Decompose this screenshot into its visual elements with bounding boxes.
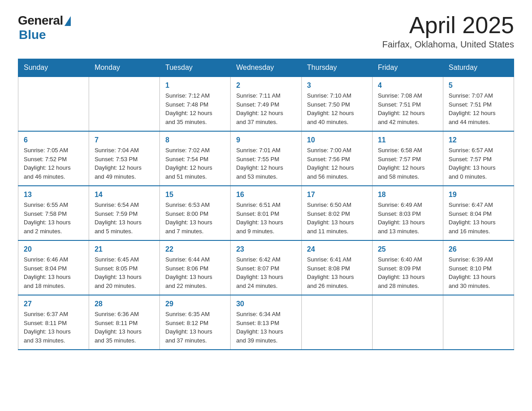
title-section: April 2025 Fairfax, Oklahoma, United Sta… bbox=[382, 13, 514, 50]
day-number: 12 bbox=[449, 136, 508, 144]
calendar-cell: 11Sunrise: 6:58 AM Sunset: 7:57 PM Dayli… bbox=[372, 131, 443, 186]
day-number: 23 bbox=[236, 245, 296, 253]
day-info: Sunrise: 6:54 AM Sunset: 7:59 PM Dayligh… bbox=[94, 201, 154, 235]
day-info: Sunrise: 7:02 AM Sunset: 7:54 PM Dayligh… bbox=[165, 146, 225, 181]
calendar-table: SundayMondayTuesdayWednesdayThursdayFrid… bbox=[18, 59, 514, 350]
day-info: Sunrise: 7:04 AM Sunset: 7:53 PM Dayligh… bbox=[94, 146, 154, 181]
calendar-cell: 23Sunrise: 6:42 AM Sunset: 8:07 PM Dayli… bbox=[231, 240, 301, 295]
day-info: Sunrise: 6:50 AM Sunset: 8:02 PM Dayligh… bbox=[307, 201, 367, 235]
calendar-cell bbox=[372, 295, 443, 350]
day-number: 24 bbox=[307, 245, 367, 253]
day-info: Sunrise: 7:10 AM Sunset: 7:50 PM Dayligh… bbox=[307, 91, 367, 126]
day-of-week-header: Friday bbox=[372, 59, 443, 77]
day-info: Sunrise: 6:47 AM Sunset: 8:04 PM Dayligh… bbox=[449, 201, 508, 235]
day-info: Sunrise: 7:05 AM Sunset: 7:52 PM Dayligh… bbox=[24, 146, 83, 181]
calendar-cell: 24Sunrise: 6:41 AM Sunset: 8:08 PM Dayli… bbox=[301, 240, 372, 295]
day-of-week-header: Saturday bbox=[443, 59, 514, 77]
day-of-week-header: Wednesday bbox=[231, 59, 301, 77]
day-of-week-header: Tuesday bbox=[160, 59, 231, 77]
calendar-cell bbox=[301, 295, 372, 350]
day-number: 17 bbox=[307, 191, 367, 199]
day-number: 10 bbox=[307, 136, 367, 144]
calendar-cell: 29Sunrise: 6:35 AM Sunset: 8:12 PM Dayli… bbox=[160, 295, 231, 350]
calendar-cell: 7Sunrise: 7:04 AM Sunset: 7:53 PM Daylig… bbox=[89, 131, 160, 186]
calendar-cell: 21Sunrise: 6:45 AM Sunset: 8:05 PM Dayli… bbox=[89, 240, 160, 295]
page-header: General Blue April 2025 Fairfax, Oklahom… bbox=[18, 13, 514, 50]
calendar-cell: 15Sunrise: 6:53 AM Sunset: 8:00 PM Dayli… bbox=[160, 186, 231, 240]
calendar-cell: 9Sunrise: 7:01 AM Sunset: 7:55 PM Daylig… bbox=[231, 131, 301, 186]
day-info: Sunrise: 6:53 AM Sunset: 8:00 PM Dayligh… bbox=[165, 201, 225, 235]
day-number: 6 bbox=[24, 136, 83, 144]
day-info: Sunrise: 6:35 AM Sunset: 8:12 PM Dayligh… bbox=[165, 310, 225, 345]
day-number: 15 bbox=[165, 191, 225, 199]
day-info: Sunrise: 6:46 AM Sunset: 8:04 PM Dayligh… bbox=[24, 255, 83, 290]
calendar-cell: 18Sunrise: 6:49 AM Sunset: 8:03 PM Dayli… bbox=[372, 186, 443, 240]
calendar-cell: 19Sunrise: 6:47 AM Sunset: 8:04 PM Dayli… bbox=[443, 186, 514, 240]
calendar-week-row: 13Sunrise: 6:55 AM Sunset: 7:58 PM Dayli… bbox=[18, 186, 514, 240]
day-number: 14 bbox=[94, 191, 154, 199]
day-number: 8 bbox=[165, 136, 225, 144]
logo-triangle-icon bbox=[64, 16, 71, 26]
day-info: Sunrise: 7:07 AM Sunset: 7:51 PM Dayligh… bbox=[449, 91, 508, 126]
calendar-cell: 13Sunrise: 6:55 AM Sunset: 7:58 PM Dayli… bbox=[18, 186, 89, 240]
day-info: Sunrise: 6:39 AM Sunset: 8:10 PM Dayligh… bbox=[449, 255, 508, 290]
day-number: 18 bbox=[378, 191, 438, 199]
calendar-cell: 12Sunrise: 6:57 AM Sunset: 7:57 PM Dayli… bbox=[443, 131, 514, 186]
day-number: 4 bbox=[378, 81, 438, 90]
day-number: 13 bbox=[24, 191, 83, 199]
day-number: 21 bbox=[94, 245, 154, 253]
calendar-cell: 1Sunrise: 7:12 AM Sunset: 7:48 PM Daylig… bbox=[160, 77, 231, 131]
calendar-week-row: 6Sunrise: 7:05 AM Sunset: 7:52 PM Daylig… bbox=[18, 131, 514, 186]
day-info: Sunrise: 6:58 AM Sunset: 7:57 PM Dayligh… bbox=[378, 146, 438, 181]
day-number: 28 bbox=[94, 300, 154, 308]
day-number: 20 bbox=[24, 245, 83, 253]
day-info: Sunrise: 6:37 AM Sunset: 8:11 PM Dayligh… bbox=[24, 310, 83, 345]
month-title: April 2025 bbox=[382, 13, 514, 37]
day-number: 30 bbox=[236, 300, 296, 308]
calendar-cell bbox=[18, 77, 89, 131]
day-number: 9 bbox=[236, 136, 296, 144]
day-number: 7 bbox=[94, 136, 154, 144]
calendar-cell: 30Sunrise: 6:34 AM Sunset: 8:13 PM Dayli… bbox=[231, 295, 301, 350]
day-info: Sunrise: 6:49 AM Sunset: 8:03 PM Dayligh… bbox=[378, 201, 438, 235]
calendar-cell: 14Sunrise: 6:54 AM Sunset: 7:59 PM Dayli… bbox=[89, 186, 160, 240]
day-info: Sunrise: 6:55 AM Sunset: 7:58 PM Dayligh… bbox=[24, 201, 83, 235]
day-info: Sunrise: 7:12 AM Sunset: 7:48 PM Dayligh… bbox=[165, 91, 225, 126]
day-number: 16 bbox=[236, 191, 296, 199]
day-info: Sunrise: 6:51 AM Sunset: 8:01 PM Dayligh… bbox=[236, 201, 296, 235]
calendar-cell: 4Sunrise: 7:08 AM Sunset: 7:51 PM Daylig… bbox=[372, 77, 443, 131]
day-of-week-header: Sunday bbox=[18, 59, 89, 77]
calendar-cell: 25Sunrise: 6:40 AM Sunset: 8:09 PM Dayli… bbox=[372, 240, 443, 295]
day-info: Sunrise: 7:08 AM Sunset: 7:51 PM Dayligh… bbox=[378, 91, 438, 126]
calendar-week-row: 20Sunrise: 6:46 AM Sunset: 8:04 PM Dayli… bbox=[18, 240, 514, 295]
calendar-cell: 16Sunrise: 6:51 AM Sunset: 8:01 PM Dayli… bbox=[231, 186, 301, 240]
day-number: 3 bbox=[307, 81, 367, 90]
calendar-cell: 26Sunrise: 6:39 AM Sunset: 8:10 PM Dayli… bbox=[443, 240, 514, 295]
day-number: 27 bbox=[24, 300, 83, 308]
calendar-week-row: 27Sunrise: 6:37 AM Sunset: 8:11 PM Dayli… bbox=[18, 295, 514, 350]
day-info: Sunrise: 6:44 AM Sunset: 8:06 PM Dayligh… bbox=[165, 255, 225, 290]
day-info: Sunrise: 6:57 AM Sunset: 7:57 PM Dayligh… bbox=[449, 146, 508, 181]
calendar-cell: 22Sunrise: 6:44 AM Sunset: 8:06 PM Dayli… bbox=[160, 240, 231, 295]
day-info: Sunrise: 6:45 AM Sunset: 8:05 PM Dayligh… bbox=[94, 255, 154, 290]
logo: General Blue bbox=[18, 13, 71, 42]
calendar-cell bbox=[89, 77, 160, 131]
day-info: Sunrise: 6:41 AM Sunset: 8:08 PM Dayligh… bbox=[307, 255, 367, 290]
calendar-cell: 20Sunrise: 6:46 AM Sunset: 8:04 PM Dayli… bbox=[18, 240, 89, 295]
calendar-cell: 5Sunrise: 7:07 AM Sunset: 7:51 PM Daylig… bbox=[443, 77, 514, 131]
calendar-header-row: SundayMondayTuesdayWednesdayThursdayFrid… bbox=[18, 59, 514, 77]
day-number: 5 bbox=[449, 81, 508, 90]
day-number: 11 bbox=[378, 136, 438, 144]
location-text: Fairfax, Oklahoma, United States bbox=[382, 39, 514, 50]
calendar-cell: 10Sunrise: 7:00 AM Sunset: 7:56 PM Dayli… bbox=[301, 131, 372, 186]
day-of-week-header: Thursday bbox=[301, 59, 372, 77]
calendar-cell: 27Sunrise: 6:37 AM Sunset: 8:11 PM Dayli… bbox=[18, 295, 89, 350]
calendar-cell: 8Sunrise: 7:02 AM Sunset: 7:54 PM Daylig… bbox=[160, 131, 231, 186]
calendar-cell: 3Sunrise: 7:10 AM Sunset: 7:50 PM Daylig… bbox=[301, 77, 372, 131]
day-number: 25 bbox=[378, 245, 438, 253]
day-number: 19 bbox=[449, 191, 508, 199]
day-info: Sunrise: 6:40 AM Sunset: 8:09 PM Dayligh… bbox=[378, 255, 438, 290]
calendar-cell: 17Sunrise: 6:50 AM Sunset: 8:02 PM Dayli… bbox=[301, 186, 372, 240]
calendar-cell: 28Sunrise: 6:36 AM Sunset: 8:11 PM Dayli… bbox=[89, 295, 160, 350]
day-info: Sunrise: 7:00 AM Sunset: 7:56 PM Dayligh… bbox=[307, 146, 367, 181]
